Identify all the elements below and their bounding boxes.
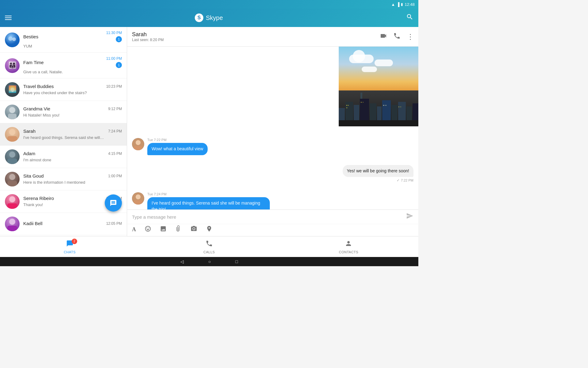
main-layout: Besties 11:30 PM 1 YUM 👨‍👩‍👧 bbox=[0, 27, 418, 236]
chat-name: Kadii Bell bbox=[23, 221, 43, 226]
chat-header: Adam 4:15 PM bbox=[23, 151, 122, 156]
list-item[interactable]: 🌅 Travel Buddies 10:23 PM Have you check… bbox=[0, 79, 127, 101]
chat-name: Fam Time bbox=[23, 60, 44, 65]
call-icon[interactable] bbox=[393, 32, 401, 41]
main-toolbar: S Skype bbox=[0, 9, 418, 27]
nav-item-chats[interactable]: 2 CHATS bbox=[0, 237, 139, 256]
chat-time: 1:00 PM bbox=[108, 174, 122, 178]
menu-button[interactable] bbox=[5, 16, 12, 20]
chat-time: 10:23 PM bbox=[106, 84, 122, 89]
message-avatar bbox=[132, 192, 144, 205]
message-timestamp: Tue 7:24 PM bbox=[147, 192, 270, 196]
list-item[interactable]: Sarah 7:24 PM I've heard good things. Se… bbox=[0, 123, 127, 146]
send-button[interactable] bbox=[406, 212, 413, 221]
new-chat-fab[interactable] bbox=[105, 194, 122, 212]
list-item[interactable]: Kadii Bell 12:05 PM bbox=[0, 213, 127, 235]
svg-point-0 bbox=[5, 33, 20, 47]
message-content: Yes! we will be going there soon! ✓ 7:22… bbox=[343, 165, 413, 183]
last-seen: Last seen: 8:20 PM bbox=[132, 38, 164, 42]
status-bar: ▲ ▐ ▮ 12:48 bbox=[0, 0, 418, 9]
svg-point-47 bbox=[136, 140, 141, 145]
skype-logo-icon: S bbox=[195, 13, 203, 22]
svg-rect-38 bbox=[348, 105, 349, 106]
camera-icon[interactable] bbox=[190, 225, 197, 234]
message-bubble: I've heard good things. Serena said she … bbox=[147, 197, 270, 209]
svg-rect-41 bbox=[363, 102, 364, 103]
emoji-icon[interactable] bbox=[145, 225, 151, 234]
back-button[interactable]: ◁ bbox=[180, 259, 184, 264]
chat-header: Sita Goud 1:00 PM bbox=[23, 173, 122, 178]
chat-time: 11:30 PM bbox=[106, 31, 122, 35]
chat-preview: Hi Natalie! Miss you! bbox=[23, 113, 59, 117]
list-item[interactable]: 👨‍👩‍👧 Fam Time 11:00 PM 1 Give us a call… bbox=[0, 53, 127, 79]
chat-time: 12:05 PM bbox=[106, 221, 122, 226]
location-icon[interactable] bbox=[206, 225, 213, 234]
chat-name: Sita Goud bbox=[23, 173, 44, 178]
unread-badge: 1 bbox=[116, 62, 122, 68]
svg-rect-48 bbox=[134, 146, 142, 150]
chat-info: Travel Buddies 10:23 PM Have you checked… bbox=[23, 84, 122, 95]
chat-contact-info: Sarah Last seen: 8:20 PM bbox=[132, 31, 164, 42]
chat-name: Adam bbox=[23, 151, 35, 156]
search-button[interactable] bbox=[406, 13, 413, 22]
file-icon[interactable] bbox=[175, 225, 182, 234]
avatar bbox=[5, 194, 20, 209]
chats-label: CHATS bbox=[64, 250, 76, 254]
status-time: 12:48 bbox=[405, 2, 415, 7]
home-button[interactable]: ○ bbox=[208, 259, 211, 264]
chat-info: Kadii Bell 12:05 PM bbox=[23, 221, 122, 227]
chat-time: 4:15 PM bbox=[108, 151, 122, 156]
recents-button[interactable]: □ bbox=[236, 259, 238, 264]
list-item[interactable]: Grandma Vie 9:12 PM Hi Natalie! Miss you… bbox=[0, 101, 127, 123]
text-format-icon[interactable]: A bbox=[132, 226, 136, 233]
messages-container: Tue 7:22 PM Wow! what a beautiful view Y… bbox=[127, 47, 418, 209]
chat-area: Sarah Last seen: 8:20 PM ⋮ bbox=[127, 27, 418, 236]
chat-preview: I've heard good things. Serena said she … bbox=[23, 135, 104, 140]
avatar bbox=[5, 127, 20, 142]
svg-point-1 bbox=[8, 36, 13, 41]
avatar bbox=[5, 105, 20, 119]
svg-point-50 bbox=[136, 194, 141, 199]
unread-badge: 1 bbox=[116, 36, 122, 42]
svg-text:👨‍👩‍👧: 👨‍👩‍👧 bbox=[8, 61, 17, 69]
svg-rect-43 bbox=[385, 105, 386, 106]
list-item[interactable]: Besties 11:30 PM 1 YUM bbox=[0, 27, 127, 53]
svg-rect-44 bbox=[398, 106, 399, 107]
app-name: Skype bbox=[206, 14, 223, 21]
chat-meta: 10:23 PM bbox=[106, 84, 122, 89]
svg-rect-45 bbox=[400, 106, 401, 107]
chat-name: Besties bbox=[23, 34, 38, 39]
wifi-icon: ▲ bbox=[391, 2, 395, 7]
message-bubble: Wow! what a beautiful view bbox=[147, 143, 208, 155]
svg-rect-15 bbox=[7, 159, 17, 164]
chat-meta: 9:12 PM bbox=[108, 107, 122, 111]
avatar bbox=[5, 149, 20, 164]
list-item[interactable]: Adam 4:15 PM I'm almost done bbox=[0, 146, 127, 168]
shared-image[interactable] bbox=[339, 47, 418, 126]
chat-header: Grandma Vie 9:12 PM bbox=[23, 106, 122, 111]
chat-actions: ⋮ bbox=[380, 32, 413, 41]
signal-icon: ▐ bbox=[397, 2, 399, 7]
list-item[interactable]: Sita Goud 1:00 PM Here is the informatio… bbox=[0, 168, 127, 190]
image-icon[interactable] bbox=[160, 225, 167, 234]
checkmark-icon: ✓ bbox=[397, 178, 400, 182]
chat-info: Adam 4:15 PM I'm almost done bbox=[23, 151, 122, 163]
battery-icon: ▮ bbox=[401, 2, 403, 6]
video-call-icon[interactable] bbox=[380, 32, 387, 41]
chat-info: Fam Time 11:00 PM 1 Give us a call, Nata… bbox=[23, 56, 122, 75]
chat-info: Sita Goud 1:00 PM Here is the informatio… bbox=[23, 173, 122, 185]
more-options-icon[interactable]: ⋮ bbox=[407, 33, 413, 41]
svg-rect-18 bbox=[7, 181, 17, 186]
chat-info: Grandma Vie 9:12 PM Hi Natalie! Miss you… bbox=[23, 106, 122, 118]
message-input[interactable] bbox=[132, 214, 406, 220]
chat-name: Travel Buddies bbox=[23, 84, 54, 89]
chat-preview: Here is the information I mentioned bbox=[23, 180, 85, 185]
nav-item-calls[interactable]: CALLS bbox=[139, 237, 279, 256]
nav-item-contacts[interactable]: CONTACTS bbox=[279, 237, 418, 256]
svg-rect-12 bbox=[7, 136, 17, 142]
chat-header: Kadii Bell 12:05 PM bbox=[23, 221, 122, 226]
chat-meta: 1:00 PM bbox=[108, 174, 122, 178]
input-toolbar: A bbox=[127, 224, 418, 236]
android-nav-bar: ◁ ○ □ bbox=[0, 257, 418, 266]
chat-preview: Have you checked under the stairs? bbox=[23, 90, 87, 95]
